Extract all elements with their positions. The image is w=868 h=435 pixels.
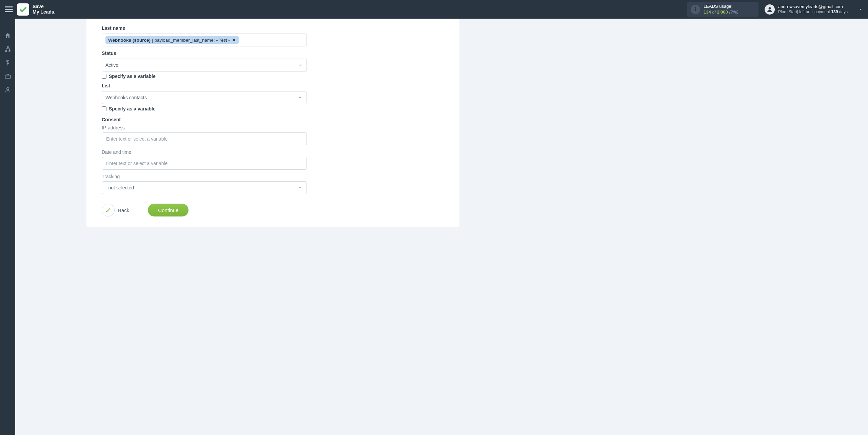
form-actions: Back Continue (102, 204, 319, 216)
lastname-input[interactable]: Webhooks (source) | payload_member_last_… (102, 34, 307, 46)
status-specify-checkbox[interactable] (102, 74, 106, 79)
account-plan: Plan |Start| left until payment 139 days (778, 9, 848, 15)
field-tracking: Tracking - not selected - (102, 174, 319, 194)
continue-button[interactable]: Continue (148, 204, 189, 216)
sidebar-item-home[interactable] (0, 29, 15, 42)
field-last-name: Last name Webhooks (source) | payload_me… (102, 25, 319, 46)
brand-logo[interactable]: Save My Leads. (17, 3, 56, 16)
briefcase-icon (4, 73, 11, 80)
account-email: andrewsavemyleads@gmail.com (778, 4, 848, 9)
datetime-label: Date and time (102, 149, 319, 155)
svg-point-0 (6, 87, 9, 90)
chevron-down-icon (298, 185, 302, 190)
sidebar-item-workspace[interactable] (0, 69, 15, 83)
logo-text: Save My Leads. (33, 4, 56, 15)
usage-of: of (712, 9, 716, 15)
logo-icon (17, 3, 29, 16)
usage-value-line: 134 of 2'000 (7%) (704, 9, 738, 15)
field-ip: IP-address (102, 125, 319, 145)
field-datetime: Date and time (102, 149, 319, 170)
list-label: List (102, 83, 319, 88)
chevron-down-icon (298, 63, 302, 67)
field-status: Status Active Specify as a variable (102, 50, 319, 79)
status-value: Active (105, 62, 118, 68)
status-specify-label: Specify as a variable (109, 74, 156, 79)
back-label: Back (118, 207, 129, 213)
tag-source: Webhooks (source) (108, 38, 151, 43)
back-button[interactable]: Back (102, 204, 129, 216)
account-plan-days: 139 (831, 9, 838, 14)
account-plan-suffix: days (838, 9, 848, 14)
list-specify-row[interactable]: Specify as a variable (102, 106, 319, 111)
tag-separator: | (152, 38, 153, 43)
top-header: Save My Leads. i LEADS usage: 134 of 2'0… (0, 0, 868, 19)
tag-key: payload_member_last_name: (155, 38, 215, 43)
usage-total: 2'000 (717, 9, 728, 15)
ip-label: IP-address (102, 125, 319, 130)
usage-percent: (7%) (729, 9, 738, 15)
sidebar-item-billing[interactable] (0, 56, 15, 69)
home-icon (4, 32, 11, 39)
lastname-label: Last name (102, 25, 319, 31)
usage-panel[interactable]: i LEADS usage: 134 of 2'000 (7%) (687, 2, 758, 17)
tag-remove-icon[interactable]: ✕ (232, 37, 236, 43)
info-icon: i (691, 5, 700, 14)
avatar-icon (765, 4, 775, 15)
form-card: Last name Webhooks (source) | payload_me… (86, 19, 459, 227)
consent-heading: Consent (102, 117, 319, 122)
dollar-icon (4, 59, 11, 66)
tracking-select[interactable]: - not selected - (102, 181, 307, 194)
chevron-down-icon (298, 95, 302, 100)
logo-text-line1: Save (33, 4, 56, 9)
sitemap-icon (4, 46, 11, 53)
status-specify-row[interactable]: Specify as a variable (102, 74, 319, 79)
account-menu-toggle[interactable] (858, 7, 863, 12)
account-plan-prefix: Plan |Start| left until payment (778, 9, 831, 14)
tag-value: «Test» (216, 38, 230, 43)
user-icon (4, 86, 11, 93)
list-specify-label: Specify as a variable (109, 106, 156, 111)
field-list: List Webhooks contacts Specify as a vari… (102, 83, 319, 111)
status-label: Status (102, 50, 319, 56)
lastname-tag: Webhooks (source) | payload_member_last_… (105, 36, 239, 44)
menu-toggle-icon[interactable] (5, 5, 13, 14)
tracking-label: Tracking (102, 174, 319, 179)
sidebar-item-account[interactable] (0, 83, 15, 97)
sidebar-item-integrations[interactable] (0, 42, 15, 56)
account-panel[interactable]: andrewsavemyleads@gmail.com Plan |Start|… (765, 4, 848, 15)
main-area: Last name Webhooks (source) | payload_me… (15, 19, 868, 435)
datetime-input[interactable] (102, 157, 307, 170)
pencil-icon (102, 204, 115, 216)
logo-text-line2: My Leads. (33, 9, 56, 15)
ip-input[interactable] (102, 132, 307, 145)
list-value: Webhooks contacts (105, 95, 147, 100)
left-sidebar (0, 19, 15, 435)
tracking-value: - not selected - (105, 185, 137, 190)
status-select[interactable]: Active (102, 59, 307, 71)
usage-used: 134 (704, 9, 711, 15)
list-select[interactable]: Webhooks contacts (102, 91, 307, 104)
list-specify-checkbox[interactable] (102, 106, 106, 111)
usage-label: LEADS usage: (704, 4, 738, 9)
